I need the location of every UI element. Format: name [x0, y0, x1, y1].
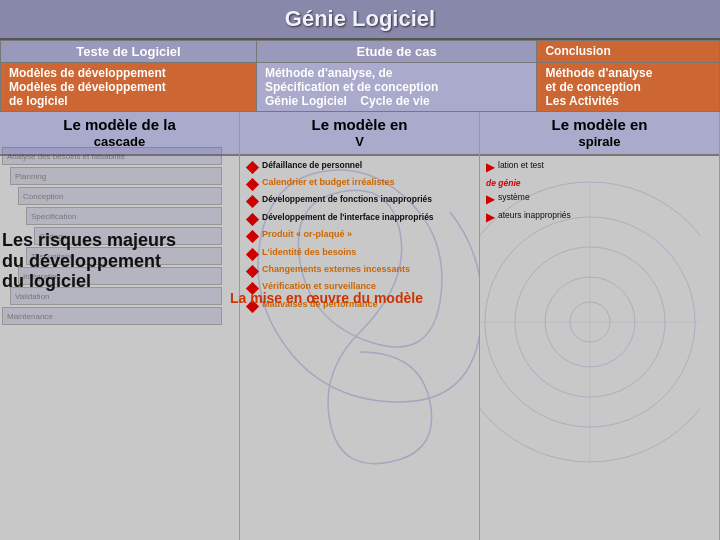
spirale-item-1: ▶ lation et test: [486, 160, 713, 174]
bullet-6: ◆: [246, 247, 258, 261]
nav-col1-row1[interactable]: Modèles de développement Modèles de déve…: [1, 63, 257, 112]
bullet-7: ◆: [246, 264, 258, 278]
col2-header: Le modèle en V: [240, 112, 479, 156]
col-spirale: Le modèle en spirale ▶ lation et test de…: [480, 112, 720, 540]
wf-step-spec: Spécification: [26, 207, 222, 225]
nav-col2-rows[interactable]: Méthode d'analyse, de Spécification et d…: [256, 63, 537, 112]
v-item-2: ◆ Calendrier et budget irréalistes: [246, 177, 473, 191]
v-item-1: ◆ Défaillance de personnel: [246, 160, 473, 174]
big-overlay-text-2: La mise en œuvre du modèle: [230, 290, 530, 306]
bullet-2: ◆: [246, 177, 258, 191]
nav-table: Teste de Logiciel Etude de cas Conclusio…: [0, 40, 720, 112]
nav-col3-header[interactable]: Conclusion: [537, 41, 720, 63]
spirale-item-3: ▶ ateurs inappropriés: [486, 210, 713, 224]
col-v-model: Le modèle en V ◆ Défaillance de personne…: [240, 112, 480, 540]
svg-point-3: [485, 217, 695, 427]
big-overlay-text-1: Les risques majeurs du développement du …: [2, 230, 222, 292]
nav-col1-header[interactable]: Teste de Logiciel: [1, 41, 257, 63]
v-item-6: ◆ L'identité des besoins: [246, 247, 473, 261]
svg-point-0: [570, 302, 610, 342]
spirale-items-list: ▶ lation et test de génie ▶ système ▶ at…: [480, 156, 719, 232]
spirale-item-2: ▶ système: [486, 192, 713, 206]
bullet-4: ◆: [246, 212, 258, 226]
bullet-3: ◆: [246, 194, 258, 208]
page-title: Génie Logiciel: [0, 6, 720, 32]
v-item-5: ◆ Produit « or-plaqué »: [246, 229, 473, 243]
col-cascade: Le modèle de la cascade Analyse des beso…: [0, 112, 240, 540]
bullet-1: ◆: [246, 160, 258, 174]
nav-col3-rows[interactable]: Méthode d'analyse et de conception Les A…: [537, 63, 720, 112]
v-item-4: ◆ Développement de l'interface inappropr…: [246, 212, 473, 226]
wf-step-conception: Conception: [18, 187, 222, 205]
wf-step-planning: Planning: [10, 167, 222, 185]
wf-step-maint: Maintenance: [2, 307, 222, 325]
v-item-7: ◆ Changements externes incessants: [246, 264, 473, 278]
col3-header: Le modèle en spirale: [480, 112, 719, 156]
svg-point-2: [515, 247, 665, 397]
nav-col2-header[interactable]: Etude de cas: [256, 41, 537, 63]
main-content: Le modèle de la cascade Analyse des beso…: [0, 112, 720, 540]
wf-step-analyse: Analyse des besoins et faisabilité: [2, 147, 222, 165]
page-header: Génie Logiciel: [0, 0, 720, 40]
bullet-5: ◆: [246, 229, 258, 243]
svg-point-1: [545, 277, 635, 367]
spirale-item-genie: de génie: [486, 178, 713, 188]
v-item-3: ◆ Développement de fonctions inapproprié…: [246, 194, 473, 208]
